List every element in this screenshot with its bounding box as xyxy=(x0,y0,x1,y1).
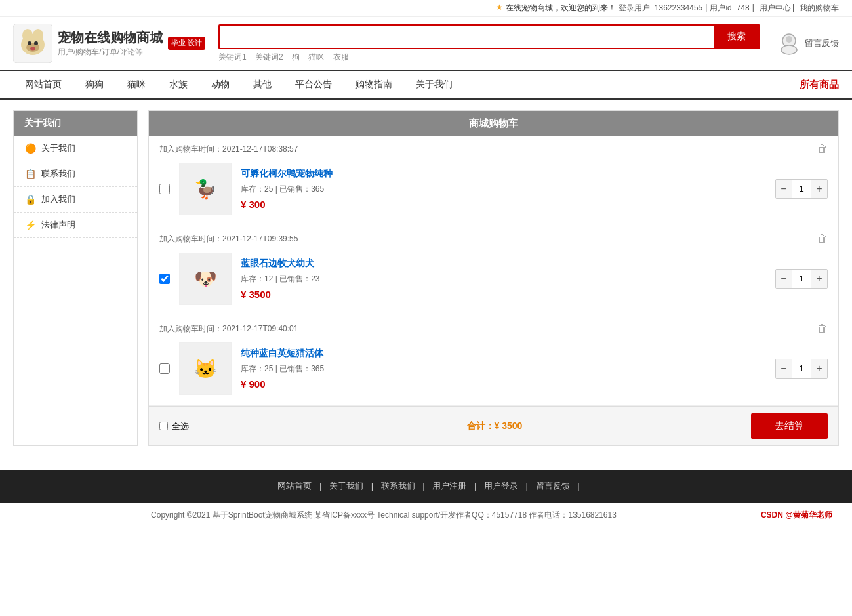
qty-plus-3[interactable]: + xyxy=(811,359,827,378)
nav-animals[interactable]: 动物 xyxy=(199,71,241,98)
svg-point-2 xyxy=(22,29,33,42)
cart-item-2: 加入购物车时间：2021-12-17T09:39:55 🗑 🐶 蓝眼石边牧犬幼犬… xyxy=(149,226,838,316)
cart-checkbox-1[interactable] xyxy=(159,184,170,194)
cart-time-row-1: 加入购物车时间：2021-12-17T08:38:57 🗑 xyxy=(149,136,838,159)
header: 宠物在线购物商城 用户/购物车/订单/评论等 毕业 设计 搜索 关键词1 关键词… xyxy=(0,17,852,70)
product-meta-1: 库存：25 | 已销售：365 xyxy=(241,184,766,195)
footer-link-feedback[interactable]: 留言反馈 xyxy=(536,481,570,491)
nav-about[interactable]: 关于我们 xyxy=(404,71,464,98)
welcome-text: 在线宠物商城，欢迎您的到来！ xyxy=(506,3,616,14)
sidebar-item-legal[interactable]: ⚡ 法律声明 xyxy=(14,213,137,238)
qty-minus-1[interactable]: − xyxy=(776,180,792,198)
qty-minus-3[interactable]: − xyxy=(776,359,792,378)
footer-link-home[interactable]: 网站首页 xyxy=(277,481,312,491)
nav-cats[interactable]: 猫咪 xyxy=(115,71,157,98)
nav-aquatic[interactable]: 水族 xyxy=(157,71,199,98)
nav-dogs[interactable]: 狗狗 xyxy=(73,71,115,98)
qty-val-3: 1 xyxy=(792,359,811,378)
sidebar-item-about[interactable]: 🟠 关于我们 xyxy=(14,136,137,161)
csdn-label: CSDN @黄菊华老师 xyxy=(761,510,832,521)
nav-home[interactable]: 网站首页 xyxy=(13,71,73,98)
footer-link-about[interactable]: 关于我们 xyxy=(329,481,363,491)
product-name-2[interactable]: 蓝眼石边牧犬幼犬 xyxy=(241,258,766,270)
keyword-1[interactable]: 关键词1 xyxy=(218,52,247,62)
cart-time-1: 加入购物车时间：2021-12-17T08:38:57 xyxy=(159,144,298,155)
cart-time-2: 加入购物车时间：2021-12-17T09:39:55 xyxy=(159,234,298,245)
cart-time-row-2: 加入购物车时间：2021-12-17T09:39:55 🗑 xyxy=(149,226,838,249)
product-price-2: ¥ 3500 xyxy=(241,289,766,300)
qty-minus-2[interactable]: − xyxy=(776,270,792,288)
sidebar-item-contact[interactable]: 📋 联系我们 xyxy=(14,161,137,187)
qty-plus-2[interactable]: + xyxy=(811,270,827,288)
top-userid: 用户id=748 xyxy=(710,3,749,14)
cart-link[interactable]: 我的购物车 xyxy=(800,3,839,14)
legal-icon: ⚡ xyxy=(24,219,36,231)
delete-icon-1[interactable]: 🗑 xyxy=(817,143,828,155)
nav-notice[interactable]: 平台公告 xyxy=(283,71,344,98)
footer-link-login[interactable]: 用户登录 xyxy=(484,481,518,491)
nav-other[interactable]: 其他 xyxy=(241,71,283,98)
total-area: 合计：¥ 3500 xyxy=(238,421,751,432)
top-user: 登录用户=13622334455 xyxy=(619,3,702,14)
product-name-1[interactable]: 可孵化柯尔鸭宠物纯种 xyxy=(241,168,766,180)
feedback-label[interactable]: 留言反馈 xyxy=(805,37,839,49)
svg-point-7 xyxy=(30,47,35,51)
keyword-clothes[interactable]: 衣服 xyxy=(333,52,349,62)
cart-item-3: 加入购物车时间：2021-12-17T09:40:01 🗑 🐱 纯种蓝白英短猫活… xyxy=(149,316,838,406)
product-name-3[interactable]: 纯种蓝白英短猫活体 xyxy=(241,348,766,359)
feedback-area[interactable]: 留言反馈 xyxy=(773,31,839,55)
footer-link-contact[interactable]: 联系我们 xyxy=(381,481,415,491)
nav-all-products[interactable]: 所有商品 xyxy=(800,79,839,91)
product-info-3: 纯种蓝白英短猫活体 库存：25 | 已销售：365 ¥ 900 xyxy=(241,348,766,390)
separator1: | xyxy=(705,3,707,14)
sidebar-legal-label: 法律声明 xyxy=(41,219,75,231)
footer-link-register[interactable]: 用户注册 xyxy=(432,481,466,491)
product-img-3: 🐱 xyxy=(179,342,232,395)
cart-product-row-2: 🐶 蓝眼石边牧犬幼犬 库存：12 | 已销售：23 ¥ 3500 − 1 + xyxy=(149,249,838,309)
keyword-cat[interactable]: 猫咪 xyxy=(308,52,324,62)
sidebar-join-label: 加入我们 xyxy=(41,194,75,205)
search-box: 搜索 xyxy=(218,24,760,49)
separator2: | xyxy=(752,3,754,14)
product-info-2: 蓝眼石边牧犬幼犬 库存：12 | 已销售：23 ¥ 3500 xyxy=(241,258,766,300)
quantity-ctrl-2: − 1 + xyxy=(775,269,828,289)
search-button[interactable]: 搜索 xyxy=(714,26,759,48)
cart-product-row-1: 🦆 可孵化柯尔鸭宠物纯种 库存：25 | 已销售：365 ¥ 300 − 1 + xyxy=(149,159,838,219)
logo-icon xyxy=(13,24,52,63)
delete-icon-2[interactable]: 🗑 xyxy=(817,233,828,245)
product-price-3: ¥ 900 xyxy=(241,379,766,390)
site-title: 宠物在线购物商城 xyxy=(58,29,163,47)
quantity-ctrl-1: − 1 + xyxy=(775,179,828,199)
star-icon: ★ xyxy=(496,3,503,14)
checkout-button[interactable]: 去结算 xyxy=(751,413,828,439)
sidebar-contact-label: 联系我们 xyxy=(41,168,75,180)
search-input[interactable] xyxy=(220,26,714,48)
svg-point-5 xyxy=(28,41,31,45)
sidebar-item-join[interactable]: 🔒 加入我们 xyxy=(14,187,137,213)
logo-area: 宠物在线购物商城 用户/购物车/订单/评论等 毕业 设计 xyxy=(13,24,205,63)
select-all-area: 全选 xyxy=(159,421,238,432)
product-img-1: 🦆 xyxy=(179,163,232,215)
product-price-1: ¥ 300 xyxy=(241,199,766,210)
cart-time-3: 加入购物车时间：2021-12-17T09:40:01 xyxy=(159,323,298,335)
cart-checkbox-2[interactable] xyxy=(159,274,170,284)
nav-guide[interactable]: 购物指南 xyxy=(344,71,404,98)
svg-point-9 xyxy=(786,36,792,43)
about-icon: 🟠 xyxy=(24,142,36,154)
select-all-label[interactable]: 全选 xyxy=(172,421,189,432)
qty-val-1: 1 xyxy=(792,180,811,198)
select-all-checkbox[interactable] xyxy=(159,422,168,430)
keyword-2[interactable]: 关键词2 xyxy=(255,52,283,62)
user-center-link[interactable]: 用户中心 xyxy=(760,3,791,14)
keyword-dog[interactable]: 狗 xyxy=(292,52,300,62)
delete-icon-3[interactable]: 🗑 xyxy=(817,323,828,335)
feedback-icon xyxy=(777,31,801,55)
product-img-2: 🐶 xyxy=(179,253,232,305)
top-bar: ★ 在线宠物商城，欢迎您的到来！ 登录用户=13622334455 | 用户id… xyxy=(0,0,852,17)
qty-plus-1[interactable]: + xyxy=(811,180,827,198)
cart-checkbox-3[interactable] xyxy=(159,363,170,374)
product-meta-2: 库存：12 | 已销售：23 xyxy=(241,274,766,285)
logo-text: 宠物在线购物商城 用户/购物车/订单/评论等 xyxy=(58,29,163,58)
sidebar-title: 关于我们 xyxy=(14,111,137,136)
contact-icon: 📋 xyxy=(24,168,36,180)
